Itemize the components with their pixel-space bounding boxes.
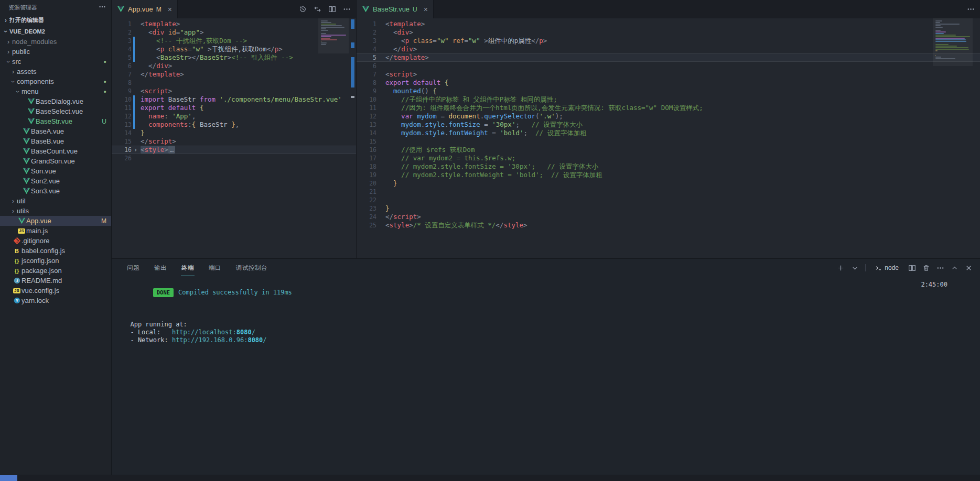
tree-item-babel-config-js[interactable]: Bbabel.config.js [0, 246, 111, 256]
new-terminal-icon[interactable] [837, 264, 845, 272]
tree-item-basestr-vue[interactable]: BaseStr.vueU [0, 116, 111, 126]
tree-item-node-modules[interactable]: ›node_modules [0, 37, 111, 47]
tree-item-vue-config-js[interactable]: JSvue.config.js [0, 286, 111, 296]
project-label: VUE_DEOM2 [9, 28, 45, 35]
tab-basestr-vue[interactable]: BaseStr.vue U × [357, 0, 434, 18]
more-actions-icon[interactable] [343, 5, 351, 13]
file-name: main.js [26, 227, 48, 235]
tree-item-grandson-vue[interactable]: GrandSon.vue [0, 156, 111, 166]
babel-file-icon: B [12, 248, 21, 254]
tree-item-basea-vue[interactable]: BaseA.vue [0, 126, 111, 136]
more-actions-icon[interactable] [967, 5, 975, 13]
editor-basestr-vue[interactable]: 1<template>2 <div>3 <p class="w" ref="w"… [357, 18, 980, 258]
tree-item-son2-vue[interactable]: Son2.vue [0, 176, 111, 186]
file-name: jsconfig.json [21, 257, 59, 265]
tab-app-vue[interactable]: App.vue M × [112, 0, 178, 18]
tree-item--gitignore[interactable]: .gitignore [0, 236, 111, 246]
tree-item-readme-md[interactable]: iREADME.md [0, 276, 111, 286]
panel-tab-问题[interactable]: 问题 [126, 259, 140, 276]
git-status-badge: M [101, 217, 106, 225]
editor-group-right: BaseStr.vue U × 1<template>2 <div>3 <p c… [357, 0, 980, 258]
git-file-icon [12, 237, 21, 244]
project-section[interactable]: › VUE_DEOM2 [0, 26, 111, 37]
file-name: BaseStr.vue [36, 117, 72, 125]
panel-tab-终端[interactable]: 终端 [181, 259, 195, 276]
code-line: 25<style>/* 设置自定义表单样式 */</style> [357, 221, 980, 229]
chevron-right-icon: › [5, 38, 12, 46]
terminal-output[interactable]: DONECompiled successfully in 119ms 2:45:… [112, 277, 980, 344]
panel-tab-调试控制台[interactable]: 调试控制台 [235, 259, 268, 276]
minimap-right[interactable] [935, 20, 972, 60]
tree-item-son-vue[interactable]: Son.vue [0, 166, 111, 176]
terminal-link[interactable]: http://localhost: [172, 329, 236, 336]
code-line: 16 //使用 $refs 获取Dom [357, 146, 980, 154]
terminal-dropdown-icon[interactable] [851, 264, 859, 272]
maximize-panel-icon[interactable] [951, 264, 959, 272]
editor-area: App.vue M × 1<template>2 <div id="app">3… [112, 0, 980, 258]
vscode-window: 资源管理器 › 打开的编辑器 › VUE_DEOM2 ›node_modules… [0, 0, 980, 481]
panel-more-icon[interactable] [936, 264, 944, 272]
tree-item-basedialog-vue[interactable]: BaseDialog.vue [0, 96, 111, 106]
file-name: BaseB.vue [31, 137, 64, 145]
split-editor-icon[interactable] [328, 5, 336, 13]
tree-item-yarn-lock[interactable]: Yyarn.lock [0, 296, 111, 305]
tree-item-package-json[interactable]: {}package.json [0, 266, 111, 276]
tree-item-jsconfig-json[interactable]: {}jsconfig.json [0, 256, 111, 266]
split-terminal-icon[interactable] [908, 264, 916, 272]
tree-item-son3-vue[interactable]: Son3.vue [0, 186, 111, 196]
tree-item-app-vue[interactable]: App.vueM [0, 216, 111, 226]
tree-item-public[interactable]: ›public [0, 47, 111, 57]
tree-item-src[interactable]: ›src● [0, 57, 111, 67]
tree-item-basecount-vue[interactable]: BaseCount.vue [0, 146, 111, 156]
panel-tabs: 问题输出终端端口调试控制台 [126, 259, 268, 276]
close-icon[interactable]: × [168, 6, 172, 13]
terminal-line: - Local: http://localhost:8080/ [123, 329, 980, 336]
tree-item-main-js[interactable]: JSmain.js [0, 226, 111, 236]
open-changes-icon[interactable] [314, 5, 321, 13]
kill-terminal-icon[interactable] [922, 264, 930, 272]
terminal-instance-node[interactable]: node [872, 263, 902, 272]
file-name: App.vue [26, 217, 51, 225]
close-panel-icon[interactable] [965, 264, 973, 272]
tree-item-util[interactable]: ›util [0, 196, 111, 206]
minimap-left[interactable] [321, 20, 348, 47]
git-status-badge: U [102, 118, 106, 125]
terminal-link[interactable]: http://192.168.0.96: [172, 336, 248, 344]
modified-line-marker [133, 53, 135, 62]
compile-status-line: DONECompiled successfully in 119ms [123, 280, 980, 305]
terminal-link[interactable]: 8080 [247, 336, 263, 344]
explorer-more-icon[interactable] [99, 3, 106, 12]
panel-tab-输出[interactable]: 输出 [154, 259, 167, 276]
file-name: vue.config.js [21, 287, 59, 294]
done-badge: DONE [153, 288, 174, 297]
code-line: 20 } [357, 179, 980, 188]
terminal-link[interactable]: / [252, 329, 255, 336]
tree-item-menu[interactable]: ›menu● [0, 86, 111, 96]
compile-message: Compiled successfully in 119ms [178, 289, 292, 296]
code-line: 16›<style>… [112, 146, 356, 154]
terminal-link[interactable]: / [263, 336, 266, 344]
explorer-header: 资源管理器 [0, 0, 111, 15]
tree-item-components[interactable]: ›components● [0, 76, 111, 86]
vue-file-icon [17, 217, 26, 224]
editor-app-vue[interactable]: 1<template>2 <div id="app">3 <!-- 干扰组件,获… [112, 18, 356, 258]
code-line: 19 // mydom2.style.fontWeight = 'bold'; … [357, 171, 980, 179]
remote-indicator[interactable] [0, 475, 17, 481]
tree-item-utils[interactable]: ›utils [0, 206, 111, 216]
close-icon[interactable]: × [424, 6, 428, 13]
tab-git-badge: U [413, 6, 417, 13]
chevron-down-icon: › [14, 88, 21, 95]
tree-item-baseb-vue[interactable]: BaseB.vue [0, 136, 111, 146]
file-name: Son.vue [31, 167, 56, 175]
file-name: node_modules [12, 38, 57, 46]
fold-icon[interactable]: › [134, 146, 137, 154]
tree-item-baseselect-vue[interactable]: BaseSelect.vue [0, 106, 111, 116]
code-line: 12 name: 'App', [112, 112, 356, 121]
timeline-icon[interactable] [299, 5, 307, 13]
file-tree: ›node_modules›public›src●›assets›compone… [0, 37, 111, 305]
open-editors-section[interactable]: › 打开的编辑器 [0, 15, 111, 26]
panel-tab-端口[interactable]: 端口 [208, 259, 222, 276]
ruler-decoration [351, 57, 354, 88]
tree-item-assets[interactable]: ›assets [0, 67, 111, 76]
terminal-link[interactable]: 8080 [236, 329, 252, 336]
